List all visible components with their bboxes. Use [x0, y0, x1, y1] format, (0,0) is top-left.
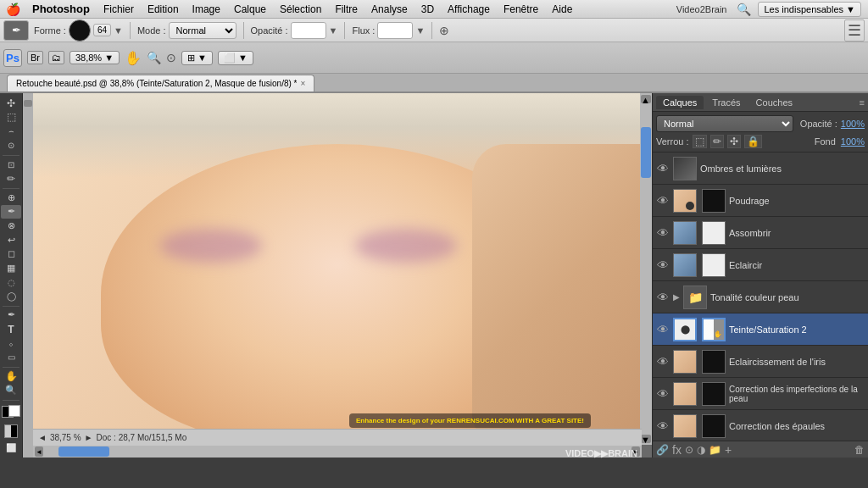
screen-mode-btn[interactable]: ⬜ — [1, 441, 21, 454]
layer-correction-epaules[interactable]: 👁 Correction des épaules — [653, 410, 868, 441]
flux-input[interactable]: 100% — [377, 22, 413, 39]
layer-eclaircir[interactable]: 👁 Eclaircir — [653, 249, 868, 281]
view-extra-btn[interactable]: ⊞ ▼ — [181, 51, 213, 65]
scroll-thumb-h[interactable] — [58, 446, 109, 457]
opacite-dropdown-icon[interactable]: ▼ — [329, 25, 338, 36]
text-tool[interactable]: T — [1, 323, 21, 336]
menu-fichier[interactable]: Fichier — [97, 2, 141, 17]
collapse-icon[interactable] — [24, 100, 32, 107]
mode-select[interactable]: Normal — [169, 22, 236, 39]
opacite-input[interactable]: 100% — [291, 22, 326, 39]
layer-teinte-saturation[interactable]: 👁 ⬤ ✋ Teinte/Saturation 2 — [653, 313, 868, 346]
scroll-up-btn[interactable]: ▲ — [641, 95, 651, 103]
blend-mode-select[interactable]: Normal — [656, 115, 793, 132]
layer-eclaircissement-iris[interactable]: 👁 Eclaircissement de l'iris — [653, 346, 868, 378]
menu-selection[interactable]: Sélection — [273, 2, 328, 17]
tab-traces[interactable]: Tracés — [705, 96, 747, 109]
scroll-down-btn[interactable]: ▼ — [641, 435, 651, 443]
fond-value[interactable]: 100% — [841, 136, 865, 147]
background-color[interactable] — [8, 405, 20, 417]
flux-dropdown-icon[interactable]: ▼ — [415, 25, 425, 36]
scroll-right-btn[interactable]: ► — [632, 446, 640, 457]
layer-vis-poudrage[interactable]: 👁 — [656, 194, 670, 208]
foreground-background-colors[interactable] — [2, 406, 20, 417]
menu-edition[interactable]: Edition — [141, 2, 186, 17]
document-tab[interactable]: Retouche beauté.psd @ 38,8% (Teinte/Satu… — [7, 75, 314, 92]
layer-vis-teinte[interactable]: 👁 — [656, 323, 670, 336]
brush-tool-icon[interactable]: ✒ — [3, 20, 29, 41]
layer-correction-imperfections[interactable]: 👁 Correction des imperfections de la pea… — [653, 378, 868, 410]
group-arrow-tonalite[interactable]: ▶ — [673, 292, 680, 302]
gradient-tool[interactable]: ▦ — [1, 262, 21, 275]
navigator-arrow-right[interactable]: ► — [85, 433, 93, 442]
quick-select-tool[interactable]: ⊙ — [1, 139, 21, 152]
apple-menu[interactable]: 🍎 — [0, 3, 25, 16]
quick-select-btn[interactable]: ⊙ — [166, 51, 176, 64]
opacite-value[interactable]: 100% — [841, 119, 865, 129]
tab-couches[interactable]: Couches — [749, 96, 799, 109]
pen-tool[interactable]: ✒ — [1, 308, 21, 322]
layer-vis-imperfections[interactable]: 👁 — [656, 387, 670, 401]
scroll-left-btn[interactable]: ◄ — [35, 446, 43, 457]
add-mask-btn[interactable]: ⊙ — [685, 444, 693, 456]
brush-tool[interactable]: ✒ — [1, 205, 21, 219]
menu-filtre[interactable]: Filtre — [328, 2, 364, 17]
lock-all-icon[interactable]: 🔒 — [744, 135, 762, 148]
layer-vis-iris[interactable]: 👁 — [656, 355, 670, 369]
screen-mode-btn[interactable]: ⬜ ▼ — [218, 51, 253, 65]
layer-vis-epaules[interactable]: 👁 — [656, 419, 670, 433]
lasso-tool[interactable]: ⌢ — [1, 125, 21, 138]
layer-assombrir[interactable]: 👁 Assombrir — [653, 217, 868, 249]
quick-mask-btn[interactable] — [1, 424, 21, 438]
zoom-display[interactable]: 38,8% ▼ — [70, 51, 120, 64]
zoom-tool-btn[interactable]: 🔍 — [147, 51, 161, 64]
crop-tool[interactable]: ⊡ — [1, 158, 21, 171]
layer-ombres[interactable]: 👁 Ombres et lumières — [653, 152, 868, 185]
br-icon[interactable]: Br — [27, 51, 43, 64]
panel-options-icon[interactable]: ≡ — [860, 97, 865, 108]
healing-tool[interactable]: ⊕ — [1, 191, 21, 204]
brush-size-display[interactable]: 64 — [93, 24, 111, 36]
layer-tonalite-group[interactable]: 👁 ▶ 📁 Tonalité couleur peau — [653, 281, 868, 313]
brush-dropdown-icon[interactable]: ▼ — [114, 25, 123, 36]
history-brush[interactable]: ↩ — [1, 233, 21, 247]
layer-vis-tonalite[interactable]: 👁 — [656, 291, 670, 304]
airbrush-icon[interactable]: ⊕ — [439, 24, 449, 37]
brush-preview[interactable] — [69, 19, 91, 42]
lock-transparent-icon[interactable]: ⬚ — [693, 135, 707, 148]
vertical-scrollbar[interactable]: ▲ ▼ — [640, 93, 652, 445]
add-style-btn[interactable]: fx — [672, 443, 682, 457]
scroll-thumb-v[interactable] — [641, 127, 651, 178]
layer-vis-ombres[interactable]: 👁 — [656, 162, 670, 175]
zoom-tool[interactable]: 🔍 — [1, 384, 21, 397]
shape-tool[interactable]: ▭ — [1, 351, 21, 364]
blur-tool[interactable]: ◌ — [1, 275, 21, 289]
horizontal-scrollbar[interactable]: ◄ ► — [33, 446, 642, 458]
add-adjustment-btn[interactable]: ◑ — [697, 444, 705, 456]
hand-tool[interactable]: ✋ — [1, 369, 21, 383]
tab-calques[interactable]: Calques — [656, 96, 704, 109]
layer-vis-assombrir[interactable]: 👁 — [656, 226, 670, 240]
menu-aide[interactable]: Aide — [545, 2, 579, 17]
clone-tool[interactable]: ⊗ — [1, 219, 21, 233]
new-group-btn[interactable]: 📁 — [709, 444, 721, 456]
layer-vis-eclaircir[interactable]: 👁 — [656, 258, 670, 272]
menu-affichage[interactable]: Affichage — [441, 2, 497, 17]
navigator-arrow-left[interactable]: ◄ — [38, 433, 47, 442]
marquee-tool[interactable]: ⬚ — [1, 111, 21, 125]
menu-analyse[interactable]: Analyse — [364, 2, 415, 17]
lock-position-icon[interactable]: ✣ — [727, 135, 741, 148]
menu-fenetre[interactable]: Fenêtre — [497, 2, 545, 17]
layer-poudrage[interactable]: 👁 Poudrage — [653, 185, 868, 217]
menu-image[interactable]: Image — [186, 2, 227, 17]
delete-layer-btn[interactable]: 🗑 — [854, 444, 865, 456]
tab-close-btn[interactable]: × — [300, 79, 305, 88]
menu-calque[interactable]: Calque — [227, 2, 273, 17]
search-icon[interactable]: 🔍 — [737, 3, 751, 16]
layers-panel-icon[interactable]: ☰ — [844, 19, 865, 42]
menu-3d[interactable]: 3D — [415, 2, 441, 17]
dodge-tool[interactable]: ◯ — [1, 290, 21, 303]
new-layer-btn[interactable]: + — [725, 443, 732, 457]
path-select-tool[interactable]: ⬦ — [1, 336, 21, 350]
lock-image-icon[interactable]: ✏ — [710, 135, 724, 148]
